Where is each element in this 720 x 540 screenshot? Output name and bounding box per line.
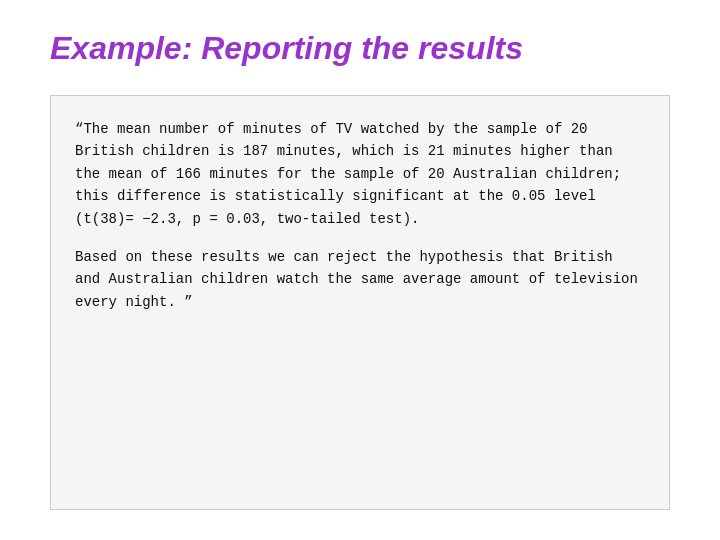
- slide: Example: Reporting the results “The mean…: [0, 0, 720, 540]
- content-box: “The mean number of minutes of TV watche…: [50, 95, 670, 510]
- paragraph-1: “The mean number of minutes of TV watche…: [75, 118, 645, 230]
- slide-title: Example: Reporting the results: [50, 30, 670, 67]
- paragraph-2: Based on these results we can reject the…: [75, 246, 645, 313]
